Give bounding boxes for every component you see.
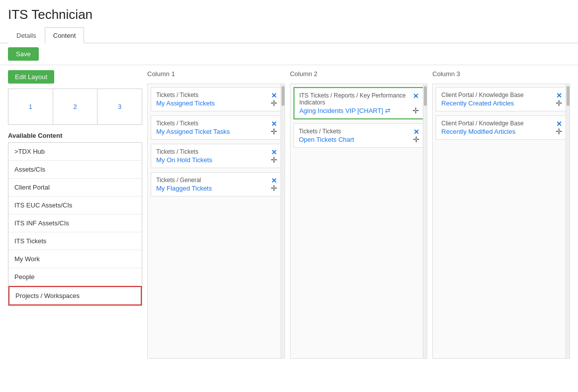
column-1-scroll[interactable]: Tickets / TicketsMy Assigned Tickets✕✛Ti… <box>147 84 285 359</box>
widget-move-handle[interactable]: ✛ <box>556 127 562 136</box>
widget-category: Tickets / Tickets <box>156 148 276 155</box>
save-button[interactable]: Save <box>8 47 39 61</box>
edit-layout-button[interactable]: Edit Layout <box>8 70 54 84</box>
widget-name: Open Tickets Chart <box>299 136 419 143</box>
widget-card: Tickets / TicketsMy Assigned Tickets✕✛ <box>151 87 282 111</box>
widget-category: Tickets / Tickets <box>156 120 276 127</box>
column-scroll-thumb[interactable] <box>282 86 285 106</box>
widget-card: Client Portal / Knowledge BaseRecently C… <box>436 87 567 111</box>
widget-card: Tickets / TicketsMy Assigned Ticket Task… <box>151 115 282 140</box>
page-title: ITS Technician <box>0 0 578 27</box>
toolbar: Save <box>0 43 578 65</box>
widget-category: Client Portal / Knowledge Base <box>441 120 561 127</box>
column-scroll-track <box>566 84 570 358</box>
main-area: Edit Layout 1 2 3 Available Content >TDX… <box>0 65 578 364</box>
available-item[interactable]: ITS INF Assets/CIs <box>8 214 142 232</box>
widget-category: Tickets / General <box>156 177 276 184</box>
col-selector-1[interactable]: 1 <box>8 89 53 124</box>
column-1-header: Column 1 <box>147 70 285 80</box>
widget-category: Client Portal / Knowledge Base <box>441 92 561 98</box>
widget-card: Client Portal / Knowledge BaseRecently M… <box>436 115 567 140</box>
column-1: Column 1Tickets / TicketsMy Assigned Tic… <box>147 70 285 359</box>
col-selector-2[interactable]: 2 <box>53 89 98 124</box>
available-item[interactable]: >TDX Hub <box>8 143 142 161</box>
available-item[interactable]: ITS Tickets <box>8 232 142 250</box>
available-item[interactable]: Assets/CIs <box>8 161 142 179</box>
widget-move-handle[interactable]: ✛ <box>412 106 419 115</box>
columns-area: Column 1Tickets / TicketsMy Assigned Tic… <box>147 70 570 359</box>
tabs-bar: Details Content <box>0 27 578 43</box>
available-item[interactable]: My Work <box>8 250 142 268</box>
available-item[interactable]: Projects / Workspaces <box>8 286 142 305</box>
sidebar: Edit Layout 1 2 3 Available Content >TDX… <box>8 70 142 359</box>
available-content-label: Available Content <box>8 132 142 139</box>
widget-name: My Assigned Ticket Tasks <box>156 128 276 135</box>
widget-move-handle[interactable]: ✛ <box>413 135 419 144</box>
widget-category: Tickets / Tickets <box>299 128 419 135</box>
column-3: Column 3Client Portal / Knowledge BaseRe… <box>432 70 570 359</box>
column-scroll-thumb[interactable] <box>567 86 570 106</box>
tab-details[interactable]: Details <box>8 27 45 43</box>
widget-card: ITS Tickets / Reports / Key Performance … <box>293 87 424 119</box>
available-item[interactable]: People <box>8 268 142 286</box>
widget-name: Aging Incidents VIP [CHART] ⇄ <box>299 107 418 114</box>
widget-name: Recently Modified Articles <box>441 128 561 135</box>
widget-card: Tickets / GeneralMy Flagged Tickets✕✛ <box>151 172 282 196</box>
column-scroll-track <box>423 84 427 358</box>
widget-name: My Flagged Tickets <box>156 185 276 192</box>
widget-card: Tickets / TicketsOpen Tickets Chart✕✛ <box>293 123 424 148</box>
column-selector: 1 2 3 <box>8 89 142 125</box>
available-list-wrapper: >TDX HubAssets/CIsClient PortalITS EUC A… <box>8 142 142 306</box>
available-item[interactable]: ITS EUC Assets/CIs <box>8 196 142 214</box>
widget-move-handle[interactable]: ✛ <box>271 155 277 165</box>
col-selector-3[interactable]: 3 <box>97 89 142 124</box>
widget-close-button[interactable]: ✕ <box>413 92 419 100</box>
available-item[interactable]: Client Portal <box>8 179 142 196</box>
widget-name: Recently Created Articles <box>441 99 561 107</box>
tab-content[interactable]: Content <box>45 27 85 43</box>
widget-category: ITS Tickets / Reports / Key Performance … <box>299 92 418 106</box>
column-3-header: Column 3 <box>432 70 570 80</box>
column-2-scroll[interactable]: ITS Tickets / Reports / Key Performance … <box>290 84 428 359</box>
widget-move-handle[interactable]: ✛ <box>556 98 562 108</box>
widget-move-handle[interactable]: ✛ <box>271 98 277 108</box>
widget-move-handle[interactable]: ✛ <box>271 127 277 136</box>
widget-card: Tickets / TicketsMy On Hold Tickets✕✛ <box>151 144 282 168</box>
widget-name: My On Hold Tickets <box>156 156 276 164</box>
column-scroll-track <box>281 84 285 358</box>
column-2: Column 2ITS Tickets / Reports / Key Perf… <box>290 70 428 359</box>
column-scroll-thumb[interactable] <box>424 86 427 106</box>
available-list: >TDX HubAssets/CIsClient PortalITS EUC A… <box>8 142 142 306</box>
widget-name: My Assigned Tickets <box>156 99 276 107</box>
column-2-header: Column 2 <box>290 70 428 80</box>
widget-move-handle[interactable]: ✛ <box>271 184 277 193</box>
widget-category: Tickets / Tickets <box>156 92 276 98</box>
column-3-scroll[interactable]: Client Portal / Knowledge BaseRecently C… <box>432 84 570 359</box>
